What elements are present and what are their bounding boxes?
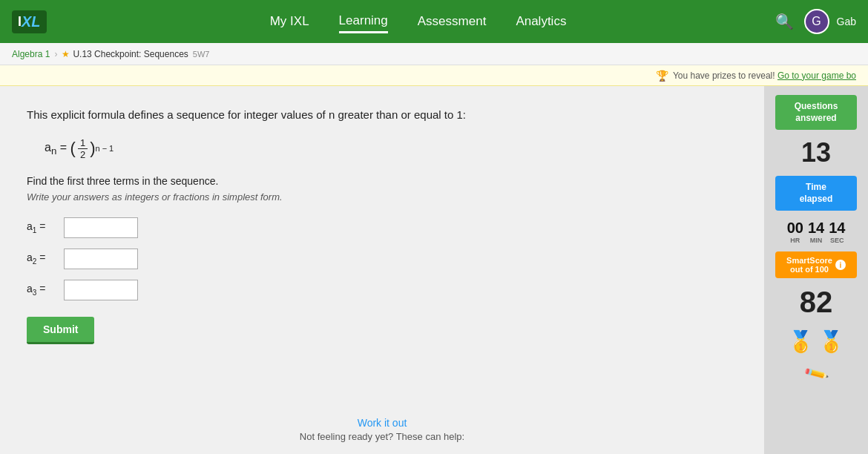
logo-ixl: XL (22, 13, 41, 30)
answer-input-2[interactable] (64, 249, 138, 269)
timer-seconds: 14 SEC (829, 220, 845, 244)
nav-item-analytics[interactable]: Analytics (516, 11, 566, 32)
pencil-icon[interactable]: ✏️ (803, 361, 829, 387)
nav-items: My IXL Learning Assessment Analytics (65, 10, 772, 33)
breadcrumb-parent[interactable]: Algebra 1 (12, 49, 50, 59)
breadcrumb-code: 5W7 (193, 50, 210, 59)
write-hint: Write your answers as integers or fracti… (27, 191, 737, 203)
nav-item-learning[interactable]: Learning (339, 10, 388, 33)
questions-count: 13 (772, 137, 861, 168)
prize-text: You have prizes to reveal! (673, 70, 775, 81)
timer-min-label: MIN (810, 237, 823, 244)
smart-score-label: SmartScoreout of 100 (786, 256, 832, 274)
avatar[interactable]: G (804, 9, 829, 34)
nav-item-my-ixl[interactable]: My IXL (270, 11, 309, 32)
breadcrumb-separator: › (54, 49, 57, 59)
breadcrumb-star-icon: ★ (62, 49, 70, 59)
timer-sec-label: SEC (830, 237, 844, 244)
question-panel: This explicit formula defines a sequence… (0, 86, 764, 454)
timer-hours: 00 HR (787, 220, 803, 244)
medal-2: 🥇 (818, 329, 844, 354)
timer-display: 00 HR 14 MIN 14 SEC (787, 220, 846, 244)
smart-score-info-icon[interactable]: i (835, 260, 846, 270)
main-area: This explicit formula defines a sequence… (0, 86, 868, 454)
answer-input-1[interactable] (64, 217, 138, 238)
prize-link[interactable]: Go to your game bo (777, 70, 856, 81)
questions-answered-box: Questionsanswered (775, 95, 857, 130)
breadcrumb-current: U.13 Checkpoint: Sequences (73, 49, 188, 59)
submit-button[interactable]: Submit (27, 317, 94, 344)
top-nav: I XL My IXL Learning Assessment Analytic… (0, 0, 868, 43)
trophy-icon: 🏆 (656, 70, 668, 82)
nav-item-assessment[interactable]: Assessment (418, 11, 487, 32)
answer-label-1: a1 = (27, 220, 64, 234)
prize-bar: 🏆 You have prizes to reveal! Go to your … (0, 65, 868, 86)
formula-block: an = ( 1 2 ) n − 1 (45, 137, 737, 160)
breadcrumb: Algebra 1 › ★ U.13 Checkpoint: Sequences… (0, 43, 868, 65)
time-elapsed-box: Timeelapsed (775, 176, 857, 211)
nav-right: 🔍 G Gab (772, 9, 856, 34)
question-intro: This explicit formula defines a sequence… (27, 107, 737, 124)
formula-label: an = (45, 141, 70, 154)
formula-exponent: n − 1 (95, 144, 114, 153)
medals-row: 🥇 🥇 (788, 329, 844, 354)
help-section: Work it out Not feeling ready yet? These… (0, 416, 764, 442)
formula-fraction: 1 2 (78, 137, 88, 160)
timer-hr-label: HR (790, 237, 800, 244)
answer-row-3: a3 = (27, 280, 737, 300)
timer-min-value: 14 (808, 220, 824, 237)
questions-answered-label: Questionsanswered (795, 101, 838, 123)
answer-label-3: a3 = (27, 283, 64, 297)
medal-1: 🥇 (788, 329, 814, 354)
timer-sec-value: 14 (829, 220, 845, 237)
logo[interactable]: I XL (12, 10, 47, 33)
search-button[interactable]: 🔍 (772, 10, 797, 33)
smart-score-box: SmartScoreout of 100 i (775, 251, 857, 278)
user-name[interactable]: Gab (837, 16, 856, 27)
timer-minutes: 14 MIN (808, 220, 824, 244)
timer-hr-value: 00 (787, 220, 803, 237)
smart-score-value: 82 (772, 286, 861, 319)
answer-row-1: a1 = (27, 217, 737, 238)
right-sidebar: Questionsanswered 13 Timeelapsed 00 HR 1… (764, 86, 868, 454)
find-text: Find the first three terms in the sequen… (27, 175, 737, 187)
work-it-out-link[interactable]: Work it out (358, 417, 407, 429)
answer-input-3[interactable] (64, 280, 138, 300)
answer-label-2: a2 = (27, 251, 64, 266)
answer-row-2: a2 = (27, 249, 737, 269)
not-ready-text: Not feeling ready yet? These can help: (0, 431, 764, 442)
time-elapsed-label: Timeelapsed (800, 182, 833, 204)
